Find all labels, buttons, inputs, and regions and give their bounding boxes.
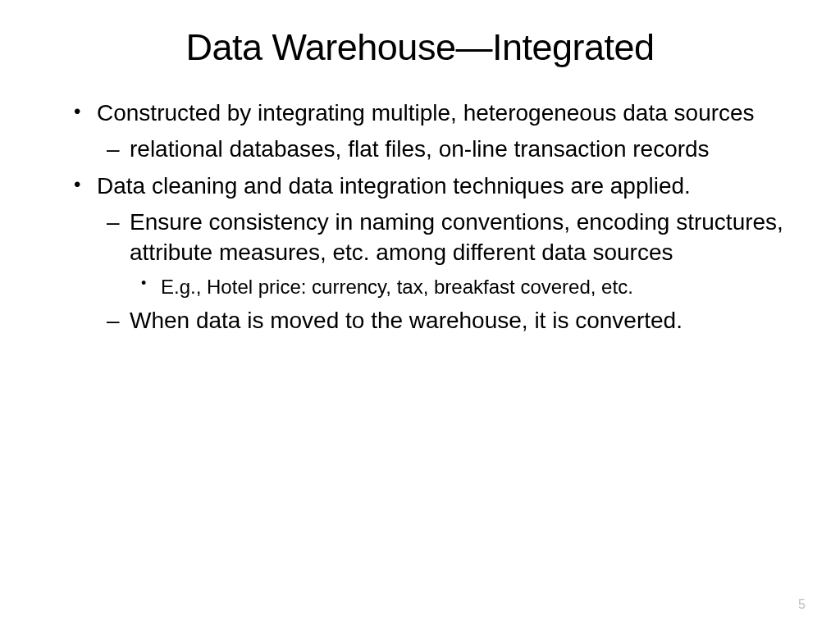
bullet-level3: E.g., Hotel price: currency, tax, breakf…: [141, 274, 791, 299]
bullet-level2: relational databases, flat files, on-lin…: [107, 135, 791, 164]
bullet-level1: Constructed by integrating multiple, het…: [74, 98, 791, 128]
bullet-level2: When data is moved to the warehouse, it …: [107, 306, 791, 336]
slide-container: Data Warehouse—Integrated Constructed by…: [0, 0, 840, 376]
slide-content: Constructed by integrating multiple, het…: [49, 98, 791, 336]
page-number: 5: [798, 597, 806, 612]
bullet-level2: Ensure consistency in naming conventions…: [107, 208, 791, 267]
bullet-level1: Data cleaning and data integration techn…: [74, 171, 791, 201]
slide-title: Data Warehouse—Integrated: [49, 26, 791, 69]
